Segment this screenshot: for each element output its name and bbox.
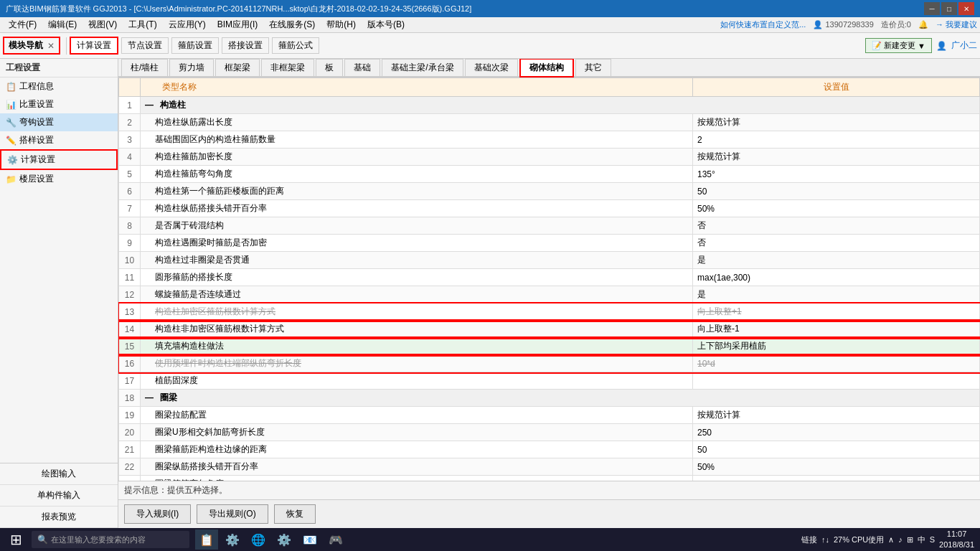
tab-foundation-secondary-beam[interactable]: 基础次梁 xyxy=(465,59,518,77)
value-cell[interactable]: 50 xyxy=(693,183,980,200)
menu-help[interactable]: 帮助(H) xyxy=(321,17,362,32)
menu-cloud[interactable]: 云应用(Y) xyxy=(163,17,212,32)
value-cell[interactable]: 250 xyxy=(693,424,980,441)
value-cell[interactable]: 按规范计算 xyxy=(693,114,980,131)
value-cell[interactable]: 10*d xyxy=(693,355,980,372)
sidebar-component-input[interactable]: 单构件输入 xyxy=(0,485,118,507)
table-row[interactable]: 3 基础围固区内的构造柱箍筋数量 2 xyxy=(119,131,980,149)
tab-column-wall[interactable]: 柱/墙柱 xyxy=(121,59,168,77)
maximize-button[interactable]: □ xyxy=(941,2,957,15)
tab-frame-beam[interactable]: 框架梁 xyxy=(215,59,260,77)
value-cell[interactable]: max(1ae,300) xyxy=(693,269,980,286)
taskbar-icon-5[interactable]: 📧 xyxy=(298,529,321,550)
menu-online[interactable]: 在线服务(S) xyxy=(263,17,321,32)
table-row[interactable]: 8 是否属于砖混结构 否 xyxy=(119,217,980,235)
table-row[interactable]: 7 构造柱纵筋搭接头错开百分率 50% xyxy=(119,200,980,217)
value-cell[interactable]: 按规范计算 xyxy=(693,407,980,424)
taskbar-icon-2[interactable]: ⚙️ xyxy=(221,529,244,550)
taskbar-right: 链接 ↑↓ 27% CPU使用 ∧ ♪ ⊞ 中 S 11:07 2018/8/3… xyxy=(801,529,977,551)
node-settings-tab[interactable]: 节点设置 xyxy=(121,37,169,54)
quick-layout-link[interactable]: 如何快速布置自定义范... xyxy=(720,19,806,30)
export-rules-button[interactable]: 导出规则(O) xyxy=(197,504,268,524)
table-row[interactable]: 14 构造柱非加密区箍筋根数计算方式 向上取整-1 xyxy=(119,321,980,338)
menu-view[interactable]: 视图(V) xyxy=(83,17,123,32)
tab-other[interactable]: 其它 xyxy=(575,59,611,77)
table-row[interactable]: 12 螺旋箍筋是否连续通过 是 xyxy=(119,286,980,303)
new-change-btn[interactable]: 📝 新建变更 ▼ xyxy=(865,38,932,53)
table-row[interactable]: 5 构造柱箍筋弯勾角度 135° xyxy=(119,166,980,183)
value-cell[interactable]: 上下部均采用植筋 xyxy=(693,338,980,355)
value-cell[interactable]: 是 xyxy=(693,252,980,269)
value-cell[interactable]: 是 xyxy=(693,286,980,303)
value-cell[interactable]: 按规范计算 xyxy=(693,149,980,166)
lap-settings-tab[interactable]: 搭接设置 xyxy=(222,37,269,54)
table-row[interactable]: 4 构造柱箍筋加密长度 按规范计算 xyxy=(119,149,980,166)
value-cell[interactable]: 50% xyxy=(693,200,980,217)
value-cell[interactable]: 50% xyxy=(693,458,980,476)
sidebar-report-preview[interactable]: 报表预览 xyxy=(0,507,118,528)
table-row[interactable]: 18 — 圈梁 xyxy=(119,390,980,407)
table-row[interactable]: 1 — 构造柱 xyxy=(119,97,980,114)
value-cell[interactable] xyxy=(693,372,980,390)
value-cell[interactable]: 2 xyxy=(693,131,980,149)
table-row[interactable]: 21 圈梁箍筋距构造柱边缘的距离 50 xyxy=(119,441,980,458)
sidebar-item-compare-settings[interactable]: 📊 比重设置 xyxy=(0,95,118,113)
sidebar-item-calc-settings[interactable]: ⚙️ 计算设置 xyxy=(0,149,118,170)
menu-file[interactable]: 文件(F) xyxy=(3,17,42,32)
value-cell[interactable]: 50 xyxy=(693,441,980,458)
table-row[interactable]: 17 植筋固深度 xyxy=(119,372,980,390)
value-cell[interactable]: 向上取整-1 xyxy=(693,321,980,338)
table-row[interactable]: 6 构造柱第一个箍筋距楼板面的距离 50 xyxy=(119,183,980,200)
table-row[interactable]: 23 圈梁箍筋弯勾角度 135° xyxy=(119,476,980,481)
tab-non-frame-beam[interactable]: 非框架梁 xyxy=(261,59,314,77)
value-cell[interactable]: 否 xyxy=(693,235,980,252)
table-row[interactable]: 16 使用预埋件时构造柱端部纵筋弯折长度 10*d xyxy=(119,355,980,372)
sidebar-item-structure-settings[interactable]: 🔧 弯钩设置 xyxy=(0,113,118,131)
value-cell[interactable]: 135° xyxy=(693,476,980,481)
value-cell[interactable]: 否 xyxy=(693,217,980,235)
value-cell[interactable]: 135° xyxy=(693,166,980,183)
table-row[interactable]: 19 圈梁拉筋配置 按规范计算 xyxy=(119,407,980,424)
tab-foundation[interactable]: 基础 xyxy=(344,59,380,77)
menu-version[interactable]: 版本号(B) xyxy=(362,17,410,32)
sidebar-item-lap-settings[interactable]: ✏️ 搭样设置 xyxy=(0,131,118,149)
tab-shear-wall[interactable]: 剪力墙 xyxy=(169,59,214,77)
tab-foundation-main-beam[interactable]: 基础主梁/承台梁 xyxy=(382,59,463,77)
table-container[interactable]: 类型名称 设置值 1 — 构造柱 2 构造柱纵筋露出长度 按规范计算 3 xyxy=(118,77,980,481)
table-row[interactable]: 11 圆形箍筋的搭接长度 max(1ae,300) xyxy=(119,269,980,286)
stirrup-formula-tab[interactable]: 箍筋公式 xyxy=(272,37,319,54)
taskbar-expand[interactable]: ∧ xyxy=(888,535,894,545)
minimize-button[interactable]: ─ xyxy=(924,2,940,15)
import-rules-button[interactable]: 导入规则(I) xyxy=(124,504,191,524)
start-button[interactable]: ⊞ xyxy=(3,529,29,550)
taskbar-icon-3[interactable]: 🌐 xyxy=(247,529,270,550)
table-row[interactable]: 20 圈梁U形相交斜加筋弯折长度 250 xyxy=(119,424,980,441)
restore-button[interactable]: 恢复 xyxy=(274,504,316,524)
taskbar-icon-6[interactable]: 🎮 xyxy=(324,529,347,550)
table-row[interactable]: 22 圈梁纵筋搭接头错开百分率 50% xyxy=(119,458,980,476)
table-row[interactable]: 10 构造柱过非圈梁是否贯通 是 xyxy=(119,252,980,269)
stirrup-settings-tab[interactable]: 箍筋设置 xyxy=(171,37,219,54)
tab-slab[interactable]: 板 xyxy=(316,59,343,77)
table-row[interactable]: 2 构造柱纵筋露出长度 按规范计算 xyxy=(119,114,980,131)
sidebar-draw-input[interactable]: 绘图输入 xyxy=(0,463,118,485)
sidebar-item-floor-settings[interactable]: 📁 楼层设置 xyxy=(0,170,118,188)
menu-bim[interactable]: BIM应用(I) xyxy=(212,17,264,32)
sidebar-item-engineering-info[interactable]: 📋 工程信息 xyxy=(0,77,118,95)
tab-masonry-structure[interactable]: 砌体结构 xyxy=(519,59,574,77)
table-row[interactable]: 9 构造柱遇圈梁时箍筋是否加密 否 xyxy=(119,235,980,252)
suggest-btn[interactable]: → 我要建议 xyxy=(936,19,977,30)
value-cell[interactable]: 向上取整+1 xyxy=(693,303,980,321)
table-row[interactable]: 13 构造柱加密区箍筋根数计算方式 向上取整+1 xyxy=(119,303,980,321)
calc-settings-tab[interactable]: 计算设置 xyxy=(70,37,118,55)
menu-edit[interactable]: 编辑(E) xyxy=(42,17,83,32)
taskbar-icon-4[interactable]: ⚙️ xyxy=(273,529,296,550)
main-layout: 工程设置 📋 工程信息 📊 比重设置 🔧 弯钩设置 ✏️ 搭样设置 ⚙️ 计算设… xyxy=(0,59,980,528)
table-row[interactable]: 15 填充墙构造柱做法 上下部均采用植筋 xyxy=(119,338,980,355)
module-nav-close[interactable]: ✕ xyxy=(47,41,55,51)
toolbar: 模块导航 ✕ 计算设置 节点设置 箍筋设置 搭接设置 箍筋公式 📝 新建变更 ▼… xyxy=(0,33,980,59)
close-button[interactable]: ✕ xyxy=(958,2,974,15)
menu-tools[interactable]: 工具(T) xyxy=(123,17,162,32)
taskbar-search[interactable]: 🔍 在这里输入您要搜索的内容 xyxy=(32,531,189,548)
taskbar-icon-1[interactable]: 📋 xyxy=(195,529,218,550)
